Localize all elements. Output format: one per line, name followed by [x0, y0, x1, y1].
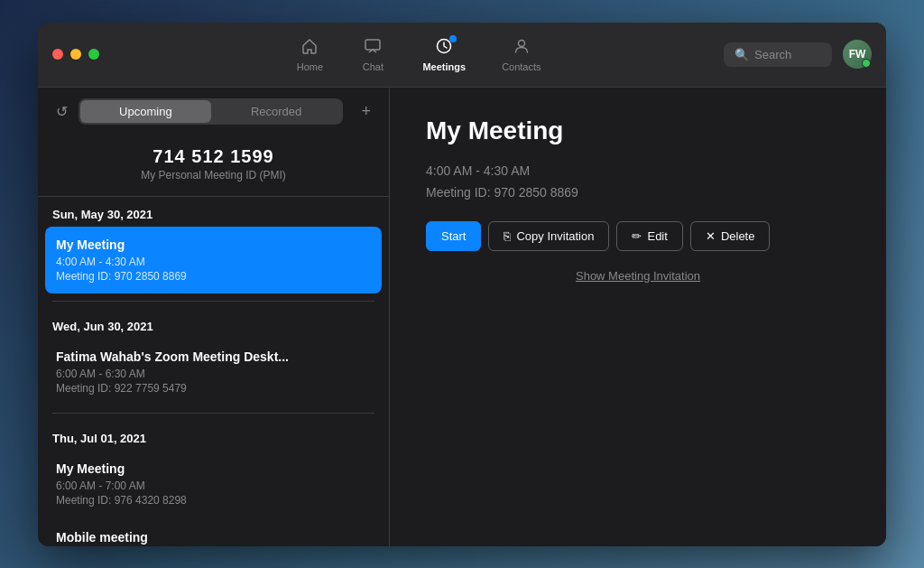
tab-meetings[interactable]: Meetings — [404, 30, 484, 79]
meeting-time: 4:00 AM - 4:30 AM — [56, 256, 371, 268]
detail-meeting-id: Meeting ID: 970 2850 8869 — [426, 185, 850, 200]
list-item[interactable]: Mobile meeting 6:00 PM - 6:30 PM — [45, 519, 382, 546]
maximize-button[interactable] — [88, 49, 99, 60]
tab-meetings-label: Meetings — [422, 61, 466, 72]
pmi-section: 714 512 1599 My Personal Meeting ID (PMI… — [38, 135, 389, 197]
list-divider — [52, 301, 374, 302]
show-invitation-link[interactable]: Show Meeting Invitation — [426, 269, 850, 283]
pmi-label: My Personal Meeting ID (PMI) — [52, 169, 374, 182]
home-icon — [300, 37, 319, 58]
nav-tabs: Home Chat Mee — [114, 30, 724, 79]
tab-contacts[interactable]: Contacts — [484, 30, 559, 79]
list-divider — [52, 413, 374, 414]
copy-invitation-button[interactable]: ⎘ Copy Invitation — [488, 221, 609, 251]
search-label: Search — [754, 48, 791, 61]
copy-icon: ⎘ — [504, 229, 511, 243]
app-window: Home Chat Mee — [38, 23, 886, 546]
delete-button[interactable]: ✕ Delete — [690, 221, 771, 251]
contacts-icon — [513, 37, 531, 58]
tab-chat-label: Chat — [363, 61, 383, 72]
list-item[interactable]: Fatima Wahab's Zoom Meeting Deskt... 6:0… — [45, 339, 382, 405]
meeting-id: Meeting ID: 976 4320 8298 — [56, 494, 371, 507]
add-meeting-button[interactable]: + — [357, 98, 374, 125]
tab-contacts-label: Contacts — [502, 61, 541, 72]
sidebar: ↺ Upcoming Recorded + 714 512 1599 My Pe… — [38, 88, 390, 546]
close-button[interactable] — [52, 49, 63, 60]
date-header-may30: Sun, May 30, 2021 — [45, 197, 382, 227]
svg-rect-0 — [365, 40, 380, 50]
meeting-time: 6:00 AM - 7:00 AM — [56, 480, 371, 492]
meeting-id: Meeting ID: 970 2850 8869 — [56, 270, 371, 283]
window-controls — [52, 49, 99, 60]
edit-icon: ✏ — [632, 229, 642, 243]
start-button[interactable]: Start — [426, 221, 481, 251]
tab-group: Upcoming Recorded — [79, 98, 343, 125]
minimize-button[interactable] — [70, 49, 81, 60]
list-item[interactable]: My Meeting 6:00 AM - 7:00 AM Meeting ID:… — [45, 451, 382, 517]
pmi-number: 714 512 1599 — [52, 146, 374, 167]
copy-invitation-label: Copy Invitation — [516, 229, 594, 243]
svg-point-2 — [518, 40, 524, 46]
tab-chat[interactable]: Chat — [341, 30, 404, 79]
detail-time: 4:00 AM - 4:30 AM — [426, 163, 850, 178]
edit-button[interactable]: ✏ Edit — [616, 221, 682, 251]
meeting-title: Mobile meeting — [56, 530, 371, 545]
date-header-jun30: Wed, Jun 30, 2021 — [45, 309, 382, 339]
meeting-title: Fatima Wahab's Zoom Meeting Deskt... — [56, 349, 371, 364]
meeting-time: 6:00 AM - 6:30 AM — [56, 368, 371, 380]
main-content: ↺ Upcoming Recorded + 714 512 1599 My Pe… — [38, 88, 886, 546]
recorded-tab[interactable]: Recorded — [211, 100, 342, 123]
upcoming-tab[interactable]: Upcoming — [80, 100, 211, 123]
delete-icon: ✕ — [706, 229, 716, 243]
sidebar-header: ↺ Upcoming Recorded + — [38, 88, 389, 135]
detail-panel: My Meeting 4:00 AM - 4:30 AM Meeting ID:… — [390, 88, 886, 546]
edit-label: Edit — [647, 229, 667, 243]
meetings-list: Sun, May 30, 2021 My Meeting 4:00 AM - 4… — [38, 197, 389, 546]
search-icon: 🔍 — [735, 48, 749, 61]
chat-icon — [364, 37, 382, 58]
search-area[interactable]: 🔍 Search — [724, 42, 832, 67]
meeting-id: Meeting ID: 922 7759 5479 — [56, 382, 371, 395]
avatar[interactable]: FW — [843, 40, 872, 69]
titlebar: Home Chat Mee — [38, 23, 886, 88]
detail-title: My Meeting — [426, 116, 850, 145]
delete-label: Delete — [721, 229, 755, 243]
meeting-title: My Meeting — [56, 461, 371, 476]
meeting-title: My Meeting — [56, 237, 371, 252]
action-buttons: Start ⎘ Copy Invitation ✏ Edit ✕ Delete — [426, 221, 850, 251]
date-header-jul01: Thu, Jul 01, 2021 — [45, 421, 382, 451]
list-item[interactable]: My Meeting 4:00 AM - 4:30 AM Meeting ID:… — [45, 227, 382, 293]
avatar-initials: FW — [849, 48, 866, 61]
refresh-button[interactable]: ↺ — [52, 99, 71, 124]
meetings-icon — [435, 37, 453, 58]
tab-home-label: Home — [297, 61, 323, 72]
tab-home[interactable]: Home — [278, 30, 341, 79]
